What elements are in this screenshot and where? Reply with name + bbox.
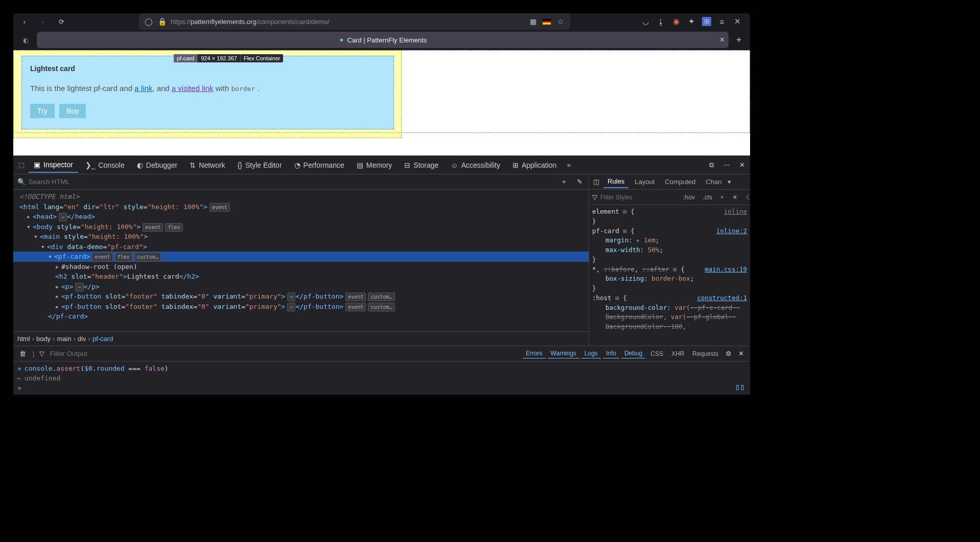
filter-css[interactable]: CSS bbox=[647, 349, 666, 358]
responsive-mode-icon[interactable]: ⧉ bbox=[706, 160, 716, 170]
browser-tab[interactable]: ✦ Card | PatternFly Elements × bbox=[37, 32, 729, 48]
forward-button[interactable]: › bbox=[36, 14, 50, 29]
bc-main[interactable]: main bbox=[57, 335, 71, 343]
tab-network[interactable]: ⇅Network bbox=[184, 158, 230, 172]
tab-close-icon[interactable]: × bbox=[720, 35, 725, 44]
element-picker-icon[interactable]: ⬚ bbox=[16, 160, 27, 170]
accessibility-icon: ☺ bbox=[451, 161, 458, 169]
light-scheme-icon[interactable]: ☀ bbox=[729, 192, 741, 202]
search-icon: 🔍 bbox=[17, 178, 26, 186]
add-node-icon[interactable]: + bbox=[559, 177, 569, 187]
tab-application[interactable]: ⊞Application bbox=[507, 158, 562, 172]
tab-favicon-icon: ✦ bbox=[339, 36, 344, 44]
bc-html[interactable]: html bbox=[17, 335, 30, 343]
filter-styles-input[interactable] bbox=[600, 194, 677, 201]
rules-tab[interactable]: Rules bbox=[603, 175, 628, 188]
breadcrumb: html› body› main› div› pf-card bbox=[13, 331, 589, 346]
pf-card-highlight: Lightest card This is the lightest pf-ca… bbox=[21, 56, 394, 129]
clear-console-icon[interactable]: 🗑 bbox=[17, 349, 28, 359]
console-result-line: ← undefined bbox=[17, 373, 746, 383]
network-icon: ⇅ bbox=[190, 161, 196, 169]
tab-console[interactable]: ❯_Console bbox=[80, 158, 130, 172]
menu-icon[interactable]: ≡ bbox=[717, 17, 727, 26]
tab-performance[interactable]: ◔Performance bbox=[289, 158, 349, 172]
card-title: Lightest card bbox=[30, 64, 385, 73]
lock-icon: 🔒 bbox=[157, 17, 167, 26]
card-code: border bbox=[231, 85, 255, 93]
inspector-icon: ▣ bbox=[34, 161, 40, 169]
qr-icon[interactable]: ▦ bbox=[528, 17, 538, 26]
tab-title: Card | PatternFly Elements bbox=[347, 36, 427, 44]
buy-button[interactable]: Buy bbox=[59, 104, 86, 118]
flag-de-icon bbox=[543, 19, 551, 25]
sidebar-toggle-icon[interactable]: ◫ bbox=[591, 177, 601, 187]
tab-storage[interactable]: ⊟Storage bbox=[399, 158, 444, 172]
bc-pf-card[interactable]: pf-card bbox=[92, 335, 113, 343]
translate-icon[interactable]: ⊕ bbox=[702, 17, 711, 26]
editor-mode-icon[interactable]: ▯▯ bbox=[735, 382, 745, 392]
reload-button[interactable]: ⟳ bbox=[54, 14, 68, 29]
tab-debugger[interactable]: ◐Debugger bbox=[132, 158, 183, 172]
shield-icon: ◯ bbox=[144, 17, 153, 26]
dark-scheme-icon[interactable]: ☾ bbox=[743, 192, 750, 202]
filter-debug[interactable]: Debug bbox=[621, 349, 645, 358]
application-icon: ⊞ bbox=[512, 161, 519, 169]
cls-button[interactable]: .cls bbox=[700, 192, 715, 202]
url-host: patternflyelements.org bbox=[191, 18, 256, 26]
changes-tab[interactable]: Chan bbox=[702, 176, 726, 188]
hov-button[interactable]: :hov bbox=[680, 192, 698, 202]
bc-div[interactable]: div bbox=[78, 335, 86, 343]
devtools-close-icon[interactable]: ✕ bbox=[737, 160, 747, 170]
selected-node[interactable]: ▾<pf-card>eventflexcustom… bbox=[13, 252, 589, 262]
filter-xhr[interactable]: XHR bbox=[668, 349, 687, 358]
computed-tab[interactable]: Computed bbox=[661, 176, 699, 188]
filter-logs[interactable]: Logs bbox=[581, 349, 601, 358]
address-bar[interactable]: ◯ 🔒 https://patternflyelements.org/compo… bbox=[139, 13, 570, 30]
add-rule-icon[interactable]: + bbox=[717, 192, 727, 202]
card-visited-link[interactable]: a visited link bbox=[172, 84, 214, 93]
overflow-icon[interactable]: » bbox=[564, 160, 574, 170]
back-button[interactable]: ‹ bbox=[17, 14, 32, 29]
console-filter-input[interactable] bbox=[50, 350, 518, 357]
kebab-icon[interactable]: ⋯ bbox=[721, 160, 732, 170]
html-search-input[interactable] bbox=[29, 178, 556, 186]
eyedropper-icon[interactable]: ✎ bbox=[574, 177, 585, 187]
inspect-size-badge: pf-card 924 × 192.367 Flex Container bbox=[174, 54, 283, 62]
extensions-icon[interactable]: ✦ bbox=[687, 17, 696, 26]
settings-gear-icon[interactable]: ⚙ bbox=[724, 349, 734, 359]
bookmark-star-icon[interactable]: ☆ bbox=[556, 17, 565, 26]
page-content: Lightest card This is the lightest pf-ca… bbox=[13, 50, 750, 155]
storage-icon: ⊟ bbox=[404, 161, 410, 169]
console-input-line: » console.assert($0.rounded === false) bbox=[17, 364, 746, 373]
new-tab-button[interactable]: + bbox=[732, 33, 746, 47]
filter-errors[interactable]: Errors bbox=[523, 349, 546, 358]
try-button[interactable]: Try bbox=[30, 104, 55, 118]
html-tree[interactable]: <!DOCTYPE html> <html lang="en" dir="ltr… bbox=[13, 190, 589, 331]
debugger-icon: ◐ bbox=[137, 161, 143, 169]
tab-style-editor[interactable]: {}Style Editor bbox=[232, 158, 287, 172]
downloads-icon[interactable]: ⭳ bbox=[656, 17, 665, 26]
pocket-icon[interactable]: ◡ bbox=[641, 17, 650, 26]
tab-inspector[interactable]: ▣Inspector bbox=[29, 157, 78, 173]
tab-memory[interactable]: ▤Memory bbox=[352, 158, 398, 172]
window-close-icon[interactable]: ✕ bbox=[733, 17, 742, 26]
card-body: This is the lightest pf-card and a link,… bbox=[30, 84, 385, 93]
performance-icon: ◔ bbox=[294, 161, 300, 169]
filter-warnings[interactable]: Warnings bbox=[548, 349, 579, 358]
console-prompt[interactable]: » bbox=[17, 383, 746, 393]
console-icon: ❯_ bbox=[85, 161, 96, 169]
devtools-tabs: ⬚ ▣Inspector ❯_Console ◐Debugger ⇅Networ… bbox=[13, 156, 750, 174]
sidebar-toggle[interactable]: ◐ bbox=[17, 32, 34, 48]
filter-info[interactable]: Info bbox=[603, 349, 619, 358]
filter-requests[interactable]: Requests bbox=[689, 349, 721, 358]
bc-body[interactable]: body bbox=[36, 335, 51, 343]
layout-tab[interactable]: Layout bbox=[631, 176, 659, 188]
tab-accessibility[interactable]: ☺Accessibility bbox=[446, 158, 505, 172]
rules-panel[interactable]: element ⊞ { inline } pf-card ⊞ { inline:… bbox=[589, 205, 750, 346]
card-link[interactable]: a link bbox=[134, 84, 152, 93]
split-console-close-icon[interactable]: ✕ bbox=[736, 349, 746, 359]
profile-icon[interactable]: ◉ bbox=[671, 17, 681, 26]
funnel-icon: ▽ bbox=[592, 193, 597, 201]
memory-icon: ▤ bbox=[357, 161, 363, 169]
funnel-icon: ▽ bbox=[39, 350, 44, 357]
